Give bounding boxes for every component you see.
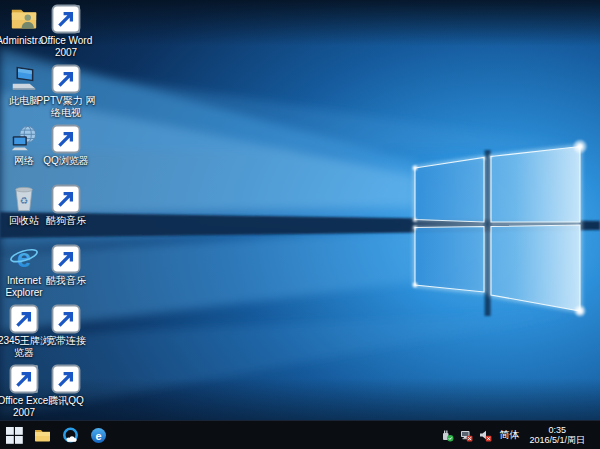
taskbar: e 简体 0:35 2016/5/1/周日 bbox=[0, 420, 600, 449]
volume-tray-button[interactable] bbox=[478, 428, 492, 442]
qq-browser-taskbar-button[interactable] bbox=[56, 421, 84, 449]
shortcut-arrow-icon bbox=[51, 184, 81, 214]
taskbar-clock[interactable]: 0:35 2016/5/1/周日 bbox=[526, 425, 588, 445]
office-word-icon: W bbox=[51, 4, 81, 34]
tencent-qq-icon bbox=[51, 364, 81, 394]
start-button[interactable] bbox=[0, 421, 28, 449]
desktop-icon-kuwo-music[interactable]: K♪ 酷我音乐 bbox=[34, 244, 98, 287]
qq-browser-taskbar-icon bbox=[62, 427, 79, 444]
qq-browser-icon bbox=[51, 124, 81, 154]
clock-time: 0:35 bbox=[529, 425, 585, 435]
windows-desktop: Administra... W Office Word2007 此电脑 PPTV… bbox=[0, 0, 600, 449]
desktop-icon-label: QQ浏览器 bbox=[34, 155, 98, 167]
file-explorer-icon bbox=[34, 427, 51, 444]
shortcut-arrow-icon bbox=[51, 304, 81, 334]
volume-muted-icon bbox=[479, 429, 492, 442]
desktop-icon-label: PPTV聚力 网络电视 bbox=[34, 95, 98, 119]
windows-start-icon bbox=[6, 427, 23, 444]
shortcut-arrow-icon bbox=[51, 4, 81, 34]
svg-text:♻: ♻ bbox=[20, 196, 28, 206]
desktop-icon-label: 腾讯QQ bbox=[34, 395, 98, 407]
clock-date: 2016/5/1/周日 bbox=[529, 435, 585, 445]
shortcut-arrow-icon bbox=[51, 244, 81, 274]
desktop-icon-broadband-connection[interactable]: 宽带连接 bbox=[34, 304, 98, 347]
taskbar-buttons: e bbox=[0, 421, 112, 449]
broadband-connection-icon bbox=[51, 304, 81, 334]
desktop-icon-tencent-qq[interactable]: 腾讯QQ bbox=[34, 364, 98, 407]
desktop-icon-label: 酷狗音乐 bbox=[34, 215, 98, 227]
svg-text:e: e bbox=[95, 429, 101, 441]
usb-safely-remove-tray-button[interactable] bbox=[440, 428, 454, 442]
kuwo-music-icon: K♪ bbox=[51, 244, 81, 274]
file-explorer-button[interactable] bbox=[28, 421, 56, 449]
network-disconnected-icon bbox=[460, 429, 473, 442]
usb-safely-remove-icon bbox=[441, 429, 454, 442]
desktop-icon-qq-browser[interactable]: QQ浏览器 bbox=[34, 124, 98, 167]
pptv-icon bbox=[51, 64, 81, 94]
shortcut-arrow-icon bbox=[51, 364, 81, 394]
e-browser-taskbar-icon: e bbox=[90, 427, 107, 444]
system-tray: 简体 0:35 2016/5/1/周日 bbox=[440, 421, 600, 449]
desktop-icon-label: 宽带连接 bbox=[34, 335, 98, 347]
network-status-tray-button[interactable] bbox=[459, 428, 473, 442]
desktop-icon-kugou-music[interactable]: K 酷狗音乐 bbox=[34, 184, 98, 227]
shortcut-arrow-icon bbox=[51, 64, 81, 94]
desktop-icon-label: 酷我音乐 bbox=[34, 275, 98, 287]
kugou-music-icon: K bbox=[51, 184, 81, 214]
shortcut-arrow-icon bbox=[51, 124, 81, 154]
desktop-icon-office-word[interactable]: W Office Word2007 bbox=[34, 4, 98, 59]
language-indicator[interactable]: 简体 bbox=[497, 428, 521, 442]
e-browser-taskbar-button[interactable]: e bbox=[84, 421, 112, 449]
desktop-icon-label: Office Word2007 bbox=[34, 35, 98, 59]
desktop-icon-pptv[interactable]: PPTV聚力 网络电视 bbox=[34, 64, 98, 119]
